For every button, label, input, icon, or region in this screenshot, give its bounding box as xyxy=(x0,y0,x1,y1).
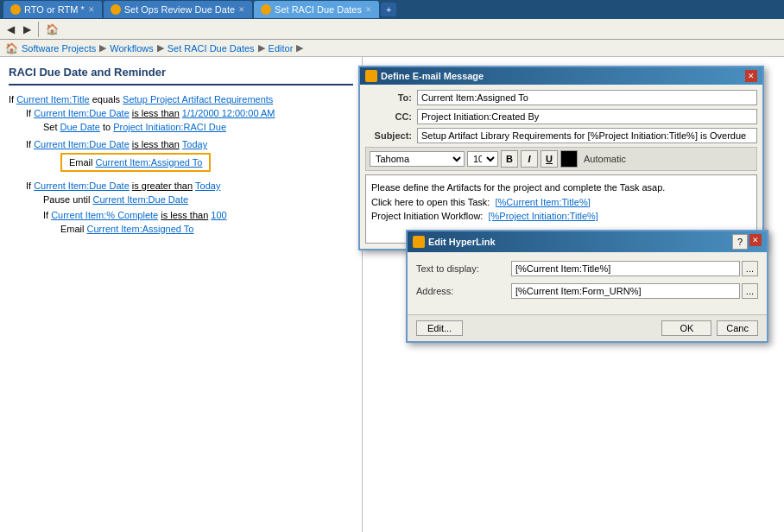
body-link2[interactable]: [%Project Initiation:Title%] xyxy=(489,211,598,221)
current-item-due-date-link3[interactable]: Current Item:Due Date xyxy=(34,180,130,191)
assigned-to-link-2[interactable]: Current Item:Assigned To xyxy=(87,224,194,234)
set-due-date-line: Set Due Date to Project Initiation:RACI … xyxy=(43,122,353,132)
cancel-btn[interactable]: Canc xyxy=(717,320,758,336)
underline-btn[interactable]: U xyxy=(541,150,558,168)
toolbar: ◀ ▶ 🏠 xyxy=(0,19,784,40)
email-format-toolbar: Tahoma 10 B I U Automatic xyxy=(365,147,757,171)
tab-set-raci[interactable]: Set RACI Due Dates ✕ xyxy=(254,1,379,18)
pause-keyword: Pause until xyxy=(43,194,90,205)
email-action-box-1[interactable]: Email Current Item:Assigned To xyxy=(60,153,211,172)
italic-btn[interactable]: I xyxy=(521,150,538,168)
cc-label: CC: xyxy=(365,111,417,122)
font-size-select[interactable]: 10 xyxy=(467,151,498,167)
body-line2: Click here to open this Task: [%Current … xyxy=(371,195,751,210)
tab-set-ops[interactable]: Set Ops Review Due Date ✕ xyxy=(104,1,252,18)
back-button[interactable]: ◀ xyxy=(3,22,18,37)
forward-button[interactable]: ▶ xyxy=(20,22,35,37)
email-dialog-title-text: Define E-mail Message xyxy=(381,71,484,81)
if-keyword-5: If xyxy=(43,210,48,220)
to-input[interactable] xyxy=(417,90,757,105)
current-item-title-link[interactable]: Current Item:Title xyxy=(16,94,90,104)
edit-btn[interactable]: Edit... xyxy=(416,320,463,336)
ok-btn[interactable]: OK xyxy=(661,320,711,336)
breadcrumb: 🏠 Software Projects ▶ Workflows ▶ Set RA… xyxy=(0,40,784,57)
to-label: To: xyxy=(365,92,417,103)
home-button[interactable]: 🏠 xyxy=(42,22,62,37)
email-dialog-title-bar: Define E-mail Message ✕ xyxy=(360,67,762,85)
today-link-2[interactable]: Today xyxy=(195,180,220,191)
email-action-2-line: Email Current Item:Assigned To xyxy=(60,224,353,234)
today-link-1[interactable]: Today xyxy=(182,139,207,149)
hundred-link[interactable]: 100 xyxy=(211,210,226,220)
email-dialog-title-left: Define E-mail Message xyxy=(365,70,484,82)
email-dialog-close[interactable]: ✕ xyxy=(745,70,757,82)
rule-indent-2: If Current Item:Due Date is less than To… xyxy=(26,139,353,172)
color-picker[interactable] xyxy=(560,150,578,168)
is-less-than-1: is less than xyxy=(132,108,180,118)
hyperlink-dialog-title-left: Edit HyperLink xyxy=(413,236,496,248)
email-keyword-2: Email xyxy=(60,224,85,234)
hyperlink-help-btn[interactable]: ? xyxy=(732,234,748,250)
body-link1[interactable]: [%Current Item:Title%] xyxy=(496,197,591,207)
bold-btn[interactable]: B xyxy=(501,150,518,168)
new-tab-button[interactable]: + xyxy=(381,3,396,16)
if-keyword-2: If xyxy=(26,108,31,118)
breadcrumb-software-projects[interactable]: Software Projects xyxy=(22,43,96,54)
text-display-browse[interactable]: ... xyxy=(742,261,758,276)
auto-label: Automatic xyxy=(584,154,626,164)
tab-icon-raci xyxy=(261,4,271,15)
set-keyword: Set xyxy=(43,122,58,132)
setup-project-link[interactable]: Setup Project Artifact Requirements xyxy=(123,94,273,104)
current-item-due-date-link2[interactable]: Current Item:Due Date xyxy=(34,139,130,149)
subject-label: Subject: xyxy=(365,130,417,141)
is-greater-than: is greater than xyxy=(132,180,193,191)
address-label: Address: xyxy=(416,286,511,296)
to-row: To: xyxy=(365,90,757,105)
hyperlink-dialog-title-bar: Edit HyperLink ? ✕ xyxy=(408,231,767,252)
if-keyword: If xyxy=(9,94,14,104)
toolbar-separator xyxy=(38,22,39,37)
tab-close-ops[interactable]: ✕ xyxy=(238,5,245,14)
address-browse[interactable]: ... xyxy=(742,283,758,299)
assigned-to-link-1[interactable]: Current Item:Assigned To xyxy=(96,157,203,168)
body-line2-prefix: Click here to open this Task: xyxy=(371,197,490,207)
rule-due-date-2-condition: If Current Item:Due Date is less than To… xyxy=(26,139,353,149)
due-date-link[interactable]: Due Date xyxy=(60,122,100,132)
is-less-than-2: is less than xyxy=(132,139,180,149)
tab-rto-rtm[interactable]: RTO or RTM * ✕ xyxy=(3,1,102,18)
rule-due-date-1-condition: If Current Item:Due Date is less than 1/… xyxy=(26,108,353,118)
text-display-label: Text to display: xyxy=(416,263,511,274)
date-link-1[interactable]: 1/1/2000 12:00:00 AM xyxy=(182,108,275,118)
main-area: RACI Due Date and Reminder If Current It… xyxy=(0,57,784,532)
breadcrumb-set-raci[interactable]: Set RACI Due Dates xyxy=(168,43,255,54)
tab-icon-rto xyxy=(10,4,21,15)
tab-close-rto[interactable]: ✕ xyxy=(88,5,95,14)
body-line3-prefix: Project Initiation Workflow: xyxy=(371,211,483,221)
rule-percent-condition: If Current Item:% Complete is less than … xyxy=(43,210,353,220)
pause-line: Pause until Current Item:Due Date xyxy=(43,194,353,205)
rule-due-date-3-condition: If Current Item:Due Date is greater than… xyxy=(26,180,353,191)
title-bar: RTO or RTM * ✕ Set Ops Review Due Date ✕… xyxy=(0,0,784,19)
breadcrumb-editor[interactable]: Editor xyxy=(269,43,294,54)
cc-input[interactable] xyxy=(417,109,757,124)
subject-input[interactable] xyxy=(417,128,757,143)
hyperlink-dialog-title-text: Edit HyperLink xyxy=(428,237,496,247)
font-select[interactable]: Tahoma xyxy=(370,151,465,167)
to-keyword: to xyxy=(103,122,111,132)
text-display-input[interactable] xyxy=(511,261,740,276)
percent-complete-link[interactable]: Current Item:% Complete xyxy=(51,210,158,220)
tab-close-raci[interactable]: ✕ xyxy=(365,5,372,14)
pause-action: Pause until Current Item:Due Date If Cur… xyxy=(43,194,353,234)
hyperlink-dialog-icon xyxy=(413,236,425,248)
hyperlink-close-btn[interactable]: ✕ xyxy=(749,234,762,246)
address-input[interactable] xyxy=(511,283,740,299)
if-keyword-3: If xyxy=(26,139,31,149)
current-item-due-date-link1[interactable]: Current Item:Due Date xyxy=(34,108,130,118)
cc-row: CC: xyxy=(365,109,757,124)
project-initiation-raci-link[interactable]: Project Initiation:RACI Due xyxy=(113,122,226,132)
pause-until-link[interactable]: Current Item:Due Date xyxy=(92,194,188,205)
email-keyword-1: Email xyxy=(69,157,93,168)
tab-label-raci: Set RACI Due Dates xyxy=(275,4,362,15)
body-line1: Please define the Artifacts for the proj… xyxy=(371,180,751,195)
breadcrumb-workflows[interactable]: Workflows xyxy=(110,43,154,54)
